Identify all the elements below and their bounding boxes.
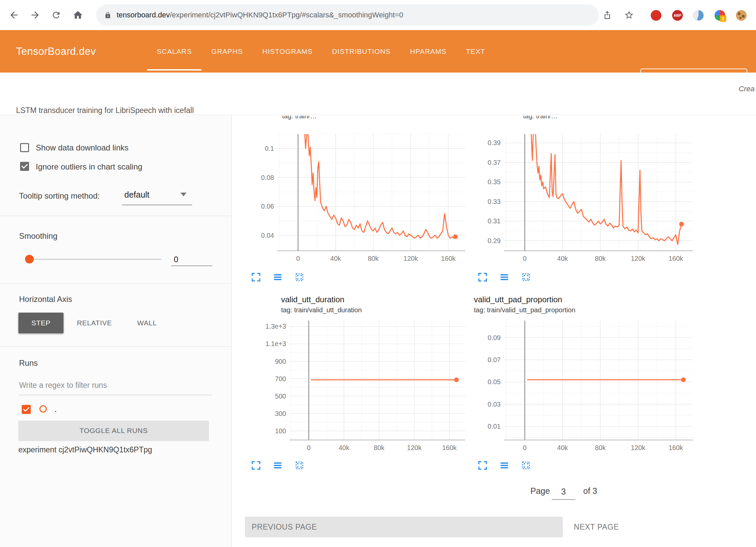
runs-filter-input[interactable]: Write a regex to filter runs [19,381,107,390]
svg-text:120k: 120k [631,255,645,262]
brand-title: TensorBoard.dev [16,30,96,73]
cookie-extension-icon[interactable] [736,10,747,21]
svg-text:0.29: 0.29 [488,237,501,244]
clipped-chart-tag: tag: train/… [282,116,389,120]
smoothing-slider[interactable] [29,259,161,260]
scalar-chart-top-left[interactable]: 040k80k120k160k0.040.060.080.1 [247,132,481,266]
svg-text:120k: 120k [407,444,422,451]
svg-text:900: 900 [275,358,286,365]
fit-domain-icon[interactable] [520,271,532,283]
svg-text:40k: 40k [339,444,350,451]
browser-chrome: tensorboard.dev/experiment/cj2vtPiwQHKN9… [0,0,756,30]
bookmark-star-icon[interactable] [622,8,636,22]
run-name-label: . [54,405,57,414]
fit-domain-icon[interactable] [294,271,305,283]
chart-toolbar [477,460,532,471]
svg-text:700: 700 [275,375,286,382]
subheader: Crea LSTM transducer training for LibriS… [0,73,756,115]
adblock-extension-icon[interactable] [651,10,661,21]
horizontal-axis-label: Horizontal Axis [19,295,72,304]
svg-text:0.33: 0.33 [488,198,501,205]
scalar-chart-valid-utt-pad-proportion[interactable]: 040k80k120k160k0.010.030.050.070.09 [474,318,708,455]
svg-text:0: 0 [523,444,527,451]
svg-text:0.07: 0.07 [488,356,501,363]
svg-text:0.03: 0.03 [488,401,501,408]
expand-chart-icon[interactable] [477,271,488,283]
toggle-all-runs-button[interactable]: TOGGLE ALL RUNS [18,421,209,441]
axis-wall-button[interactable]: WALL [132,313,162,333]
svg-text:0: 0 [296,255,300,262]
tab-histograms[interactable]: HISTOGRAMS [253,30,323,73]
fit-domain-icon[interactable] [294,460,305,471]
scalar-chart-top-right[interactable]: 040k80k120k160k0.290.310.330.350.370.39 [474,132,708,266]
chevron-down-icon[interactable] [180,193,186,196]
share-icon[interactable] [600,8,614,22]
scalar-chart-valid-utt-duration[interactable]: 040k80k120k160k1003005007009001.1e+31.3e… [247,318,481,455]
previous-page-button[interactable]: PREVIOUS PAGE [245,517,563,537]
blue-pie-extension-icon[interactable] [693,10,704,21]
svg-text:0.31: 0.31 [488,217,501,225]
chart-title: valid_utt_pad_proportion [474,295,562,304]
page-number-input[interactable]: 3 [552,487,575,500]
svg-text:40k: 40k [557,255,568,262]
reload-icon[interactable] [49,8,63,22]
created-meta-clipped: Crea [739,85,756,93]
tab-graphs[interactable]: GRAPHS [202,30,253,73]
svg-text:0.09: 0.09 [488,334,501,341]
svg-text:0.01: 0.01 [488,423,501,430]
svg-text:300: 300 [275,410,286,417]
tab-distributions[interactable]: DISTRIBUTIONS [323,30,400,73]
next-page-button[interactable]: NEXT PAGE [574,517,619,537]
back-icon[interactable] [7,8,21,22]
tab-hparams[interactable]: HPARAMS [400,30,456,73]
expand-chart-icon[interactable] [250,460,262,471]
chart-tag: tag: train/valid_utt_pad_proportion [474,306,576,314]
tab-text[interactable]: TEXT [456,30,495,73]
settings-sidebar: Show data download links Ignore outliers… [0,115,232,547]
svg-text:500: 500 [275,393,286,400]
axis-relative-button[interactable]: RELATIVE [69,313,120,333]
smoothing-slider-thumb[interactable] [25,255,34,263]
url-bar[interactable]: tensorboard.dev/experiment/cj2vtPiwQHKN9… [96,4,599,26]
tab-scalars[interactable]: SCALARS [147,30,202,73]
svg-text:0.05: 0.05 [488,378,501,386]
svg-text:1.3e+3: 1.3e+3 [265,323,286,330]
data-lines-icon[interactable] [272,460,283,471]
data-lines-icon[interactable] [499,460,510,471]
show-download-links-checkbox[interactable] [20,143,29,152]
chart-toolbar [477,271,532,283]
tooltip-select-underline [122,205,192,205]
svg-text:1.1e+3: 1.1e+3 [265,340,286,347]
axis-step-button[interactable]: STEP [18,313,64,333]
expand-chart-icon[interactable] [477,460,488,471]
smoothing-value-input[interactable]: 0 [171,253,212,266]
run-checkbox[interactable] [22,405,31,414]
forward-icon[interactable] [28,8,42,22]
svg-text:0.39: 0.39 [488,139,501,146]
page-total-label: of 3 [583,486,597,496]
data-lines-icon[interactable] [272,271,283,283]
expand-chart-icon[interactable] [250,271,262,283]
screen: tensorboard.dev/experiment/cj2vtPiwQHKN9… [0,0,756,547]
ignore-outliers-checkbox[interactable] [20,162,29,171]
data-lines-icon[interactable] [499,271,510,283]
abp-extension-icon[interactable]: ABP [672,10,683,21]
show-download-links-label: Show data download links [36,143,129,152]
svg-text:40k: 40k [330,255,341,262]
experiment-description: LSTM transducer training for LibriSpeech… [16,106,194,115]
fit-domain-icon[interactable] [520,460,532,471]
divider [0,284,232,284]
home-icon[interactable] [71,8,85,22]
run-color-swatch[interactable] [39,405,47,413]
divider [0,216,232,216]
svg-text:80k: 80k [374,444,385,451]
chart-toolbar [250,271,305,283]
svg-text:120k: 120k [403,255,418,262]
svg-text:0.1: 0.1 [265,145,274,152]
svg-text:80k: 80k [368,255,379,262]
tensorboard-appbar: TensorBoard.dev SCALARS GRAPHS HISTOGRAM… [0,30,756,73]
chart-tag: tag: train/valid_utt_duration [281,306,362,314]
tooltip-sorting-select[interactable]: default [124,190,149,200]
svg-text:160k: 160k [668,444,683,451]
color-wheel-extension-icon[interactable]: 1 [715,10,725,21]
